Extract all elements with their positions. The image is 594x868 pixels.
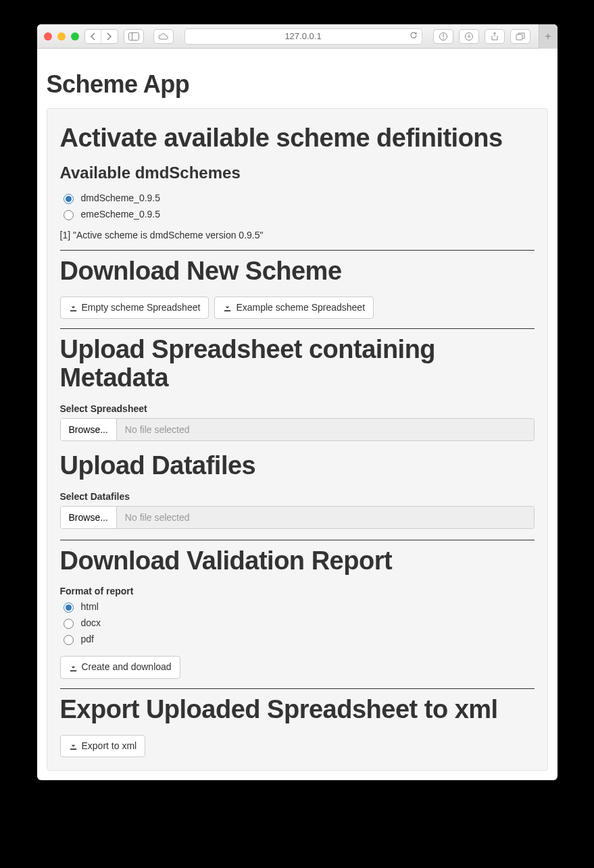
- scheme-radio-label: emeScheme_0.9.5: [81, 209, 161, 220]
- share-icon: [491, 32, 499, 41]
- minimize-window-button[interactable]: [57, 32, 66, 41]
- format-option-row: html: [60, 601, 535, 613]
- scheme-option-row: emeScheme_0.9.5: [60, 208, 535, 220]
- spreadsheet-file-picker: Browse... No file selected: [60, 418, 535, 441]
- format-radio-label: docx: [81, 617, 101, 628]
- format-radio-label: pdf: [81, 634, 94, 644]
- app-title: Scheme App: [47, 70, 548, 99]
- shield-icon: [439, 32, 448, 41]
- upload-spreadsheet-heading: Upload Spreadsheet containing Metadata: [60, 336, 535, 392]
- format-radio-label: html: [81, 601, 99, 612]
- export-xml-button[interactable]: Export to xml: [60, 735, 146, 758]
- downloads-button[interactable]: [459, 29, 479, 44]
- cloud-icon: [157, 32, 170, 41]
- button-label: Export to xml: [82, 740, 137, 753]
- forward-button[interactable]: [101, 32, 118, 41]
- download-icon: [69, 742, 78, 750]
- page-content: Scheme App Activate available scheme def…: [37, 49, 558, 780]
- datafiles-browse-button[interactable]: Browse...: [61, 507, 117, 528]
- tabs-button[interactable]: [510, 29, 530, 44]
- maximize-window-button[interactable]: [71, 32, 79, 41]
- sidebar-icon: [128, 32, 139, 41]
- browser-window: 127.0.0.1 + Scheme App Activate av: [37, 24, 558, 780]
- download-icon: [69, 303, 78, 312]
- datafiles-file-placeholder: No file selected: [117, 507, 534, 528]
- upload-datafiles-heading: Upload Datafiles: [60, 452, 535, 480]
- main-panel: Activate available scheme definitions Av…: [47, 108, 548, 771]
- chevron-left-icon: [90, 32, 96, 41]
- cloud-button[interactable]: [153, 29, 174, 44]
- create-download-button[interactable]: Create and download: [60, 656, 180, 679]
- share-button[interactable]: [485, 29, 505, 44]
- section-divider: [60, 328, 535, 329]
- url-text: 127.0.0.1: [284, 31, 321, 41]
- back-button[interactable]: [85, 32, 101, 41]
- nav-buttons: [84, 29, 118, 44]
- section-divider: [60, 688, 535, 689]
- tabs-icon: [516, 32, 525, 41]
- svg-point-4: [443, 38, 444, 39]
- scheme-radio-eme[interactable]: [64, 210, 74, 220]
- format-label: Format of report: [60, 586, 535, 596]
- chevron-right-icon: [106, 32, 112, 41]
- button-label: Empty scheme Spreadsheet: [82, 301, 201, 315]
- button-label: Create and download: [82, 661, 172, 674]
- close-window-button[interactable]: [44, 32, 52, 41]
- format-option-row: pdf: [60, 633, 535, 645]
- download-icon: [223, 303, 232, 312]
- datafiles-file-picker: Browse... No file selected: [60, 506, 535, 529]
- available-schemes-heading: Available dmdSchemes: [60, 163, 535, 182]
- export-heading: Export Uploaded Spreadsheet to xml: [60, 696, 535, 724]
- refresh-icon[interactable]: [410, 31, 418, 41]
- validation-heading: Download Validation Report: [60, 547, 535, 576]
- button-label: Example scheme Spreadsheet: [236, 301, 365, 315]
- traffic-lights: [44, 32, 79, 41]
- spreadsheet-file-placeholder: No file selected: [117, 419, 534, 440]
- download-icon: [69, 663, 78, 672]
- format-option-row: docx: [60, 617, 535, 629]
- spreadsheet-browse-button[interactable]: Browse...: [61, 419, 117, 440]
- svg-rect-6: [516, 34, 522, 40]
- active-scheme-status: [1] "Active scheme is dmdScheme version …: [60, 230, 535, 240]
- scheme-radio-dmd[interactable]: [64, 194, 74, 204]
- select-datafiles-label: Select Datafiles: [60, 491, 535, 502]
- svg-rect-0: [128, 32, 139, 40]
- download-scheme-heading: Download New Scheme: [60, 257, 535, 286]
- format-radio-pdf[interactable]: [64, 635, 74, 645]
- sidebar-toggle-button[interactable]: [124, 29, 144, 44]
- url-bar[interactable]: 127.0.0.1: [184, 28, 422, 45]
- new-tab-button[interactable]: +: [539, 24, 558, 49]
- example-scheme-button[interactable]: Example scheme Spreadsheet: [214, 297, 374, 320]
- format-radio-html[interactable]: [64, 603, 74, 613]
- scheme-option-row: dmdScheme_0.9.5: [60, 192, 535, 204]
- download-circle-icon: [464, 32, 474, 41]
- empty-scheme-button[interactable]: Empty scheme Spreadsheet: [60, 297, 209, 320]
- privacy-report-button[interactable]: [433, 29, 453, 44]
- section-divider: [60, 250, 535, 251]
- browser-toolbar: 127.0.0.1 +: [37, 24, 558, 49]
- scheme-radio-label: dmdScheme_0.9.5: [81, 193, 161, 203]
- format-radio-docx[interactable]: [64, 619, 74, 629]
- select-spreadsheet-label: Select Spreadsheet: [60, 403, 535, 414]
- section-divider: [60, 540, 535, 540]
- activate-heading: Activate available scheme definitions: [60, 124, 535, 153]
